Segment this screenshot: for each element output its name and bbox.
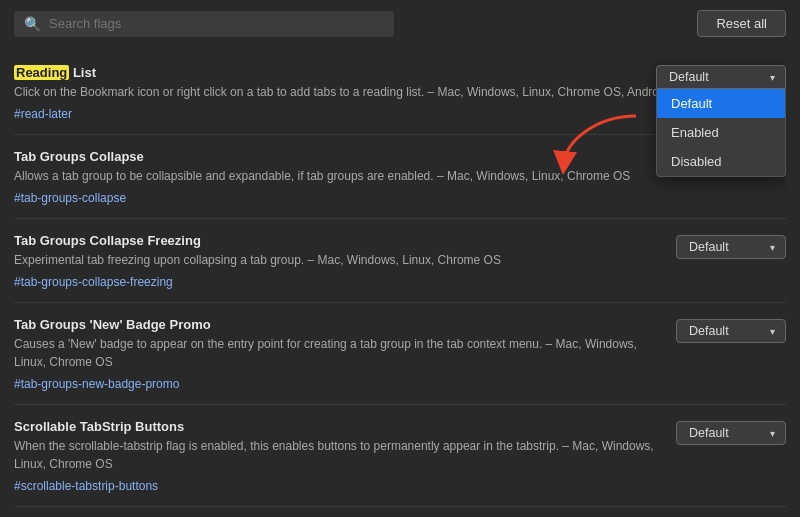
flag-link[interactable]: #scrollable-tabstrip-buttons bbox=[14, 479, 158, 493]
dropdown-selected-value: Default bbox=[669, 70, 709, 84]
dropdown-value: Default bbox=[689, 426, 729, 440]
flag-link[interactable]: #tab-groups-new-badge-promo bbox=[14, 377, 179, 391]
flags-list: Reading List Click on the Bookmark icon … bbox=[14, 51, 786, 507]
flag-item-reading-list: Reading List Click on the Bookmark icon … bbox=[14, 51, 786, 135]
chevron-down-icon: ▾ bbox=[770, 72, 775, 83]
flag-control: Default ▾ bbox=[676, 233, 786, 259]
reset-all-button[interactable]: Reset all bbox=[697, 10, 786, 37]
flag-title: Tab Groups Collapse bbox=[14, 149, 666, 164]
flag-title: Tab Groups Collapse Freezing bbox=[14, 233, 666, 248]
flag-desc: Allows a tab group to be collapsible and… bbox=[14, 167, 666, 185]
flag-item-tab-groups-new-badge-promo: Tab Groups 'New' Badge Promo Causes a 'N… bbox=[14, 303, 786, 405]
flag-title: Scrollable TabStrip Buttons bbox=[14, 419, 666, 434]
page-container: 🔍 Reset all Reading List Click on the Bo… bbox=[0, 0, 800, 517]
flag-desc: Causes a 'New' badge to appear on the en… bbox=[14, 335, 666, 371]
search-input-wrap: 🔍 bbox=[14, 11, 394, 37]
dropdown-option-default[interactable]: Default bbox=[657, 89, 785, 118]
flag-content: Tab Groups Collapse Allows a tab group t… bbox=[14, 149, 666, 206]
dropdown-button-tab-groups-new-badge[interactable]: Default ▾ bbox=[676, 319, 786, 343]
flag-item-scrollable-tabstrip-buttons: Scrollable TabStrip Buttons When the scr… bbox=[14, 405, 786, 507]
flag-desc: When the scrollable-tabstrip flag is ena… bbox=[14, 437, 666, 473]
dropdown-open-reading-list: Default ▾ Default Enabled Disabled bbox=[656, 65, 786, 177]
dropdown-value: Default bbox=[689, 324, 729, 338]
flag-item-tab-groups-collapse-freezing: Tab Groups Collapse Freezing Experimenta… bbox=[14, 219, 786, 303]
flag-control: Default ▾ bbox=[676, 317, 786, 343]
flag-content: Scrollable TabStrip Buttons When the scr… bbox=[14, 419, 666, 494]
chevron-down-icon: ▾ bbox=[770, 326, 775, 337]
chevron-down-icon: ▾ bbox=[770, 242, 775, 253]
dropdown-header[interactable]: Default ▾ bbox=[656, 65, 786, 89]
flag-link[interactable]: #tab-groups-collapse-freezing bbox=[14, 275, 173, 289]
flag-content: Tab Groups Collapse Freezing Experimenta… bbox=[14, 233, 666, 290]
flag-desc: Experimental tab freezing upon collapsin… bbox=[14, 251, 666, 269]
dropdown-button-tab-groups-collapse-freezing[interactable]: Default ▾ bbox=[676, 235, 786, 259]
search-bar: 🔍 Reset all bbox=[14, 10, 786, 37]
chevron-down-icon: ▾ bbox=[770, 428, 775, 439]
search-icon: 🔍 bbox=[24, 16, 41, 32]
search-input[interactable] bbox=[49, 16, 384, 31]
flag-link[interactable]: #read-later bbox=[14, 107, 72, 121]
flag-content: Tab Groups 'New' Badge Promo Causes a 'N… bbox=[14, 317, 666, 392]
dropdown-value: Default bbox=[689, 240, 729, 254]
flag-title: Tab Groups 'New' Badge Promo bbox=[14, 317, 666, 332]
flag-title-highlight: Reading bbox=[14, 65, 69, 80]
flag-link[interactable]: #tab-groups-collapse bbox=[14, 191, 126, 205]
flag-control: Default ▾ bbox=[676, 419, 786, 445]
dropdown-option-disabled[interactable]: Disabled bbox=[657, 147, 785, 176]
dropdown-option-enabled[interactable]: Enabled bbox=[657, 118, 785, 147]
dropdown-button-scrollable-tabstrip[interactable]: Default ▾ bbox=[676, 421, 786, 445]
dropdown-options: Default Enabled Disabled bbox=[656, 89, 786, 177]
